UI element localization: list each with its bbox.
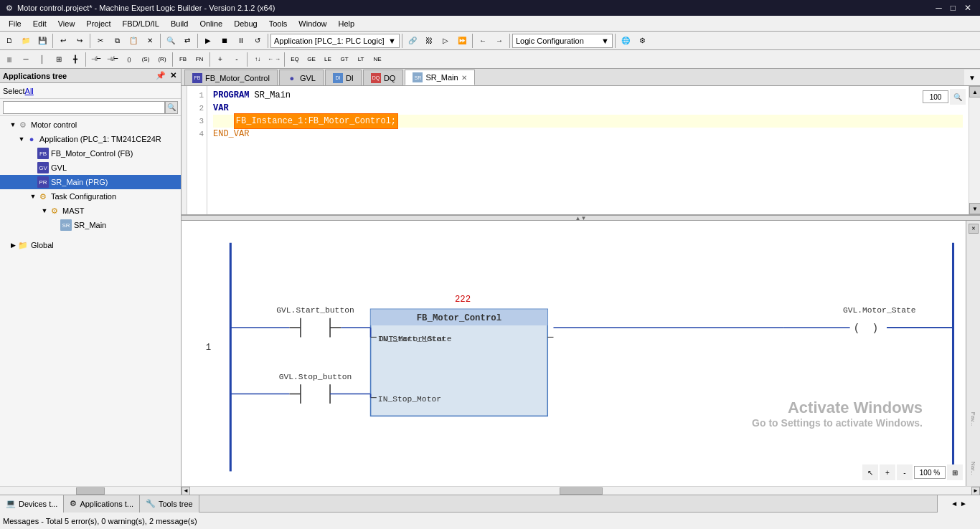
delete-button[interactable]: ✕ [142,33,158,49]
tab-close-icon[interactable]: ✕ [461,74,467,82]
menu-help[interactable]: Help [332,16,360,32]
menu-online[interactable]: Online [194,16,228,32]
tab-dq[interactable]: DQ DQ [363,70,404,85]
hscroll-right[interactable]: ► [971,487,980,495]
tab-gvl[interactable]: ● GVL [279,70,324,85]
tb2-btn-2[interactable]: ─ [18,52,34,67]
menu-debug[interactable]: Debug [228,16,263,32]
tb2-btn-11[interactable]: FB [175,52,191,67]
tb-btn-6[interactable]: ⏩ [454,33,470,49]
titlebar-controls[interactable]: ─ □ ✕ [933,3,974,13]
bottom-tab-apps[interactable]: ⚙ Applications t... [64,495,140,513]
undo-button[interactable]: ↩ [55,33,71,49]
tb2-btn-9[interactable]: (S) [138,52,154,67]
menu-build[interactable]: Build [165,16,194,32]
menu-project[interactable]: Project [80,16,116,32]
select-all-link[interactable]: All [25,87,34,95]
menu-fbd[interactable]: FBD/LD/IL [117,16,165,32]
diagram-area[interactable]: 1 222 GVL.Start_button [182,221,980,486]
tb-btn-2[interactable]: ⏹ [217,33,232,49]
tb2-btn-16[interactable]: ← → [266,52,282,67]
hscroll-left[interactable]: ◄ [182,487,190,495]
bottom-tab-label: Tools tree [159,500,193,508]
tb2-btn-4[interactable]: ⊞ [51,52,67,67]
minimize-button[interactable]: ─ [933,3,945,13]
plc-selector[interactable]: Application [PLC_1: PLC Logic] ▼ [270,34,400,48]
tb-btn-9[interactable]: 🌐 [618,33,633,49]
code-content[interactable]: PROGRAM SR_Main VAR FB_Instance_1:FB_Mot… [207,86,969,214]
tb2-btn-14[interactable]: - [229,52,245,67]
tb2-btn-19[interactable]: LE [320,52,336,67]
tab-scroll-button[interactable]: ▼ [964,70,980,85]
bottom-tab-tools[interactable]: 🔧 Tools tree [140,495,199,513]
tree-close-icon[interactable]: ✕ [169,71,178,80]
tb-btn-5[interactable]: ▷ [438,33,453,49]
save-button[interactable]: 💾 [34,33,50,49]
zoom-fit-icon[interactable]: ⊞ [947,464,963,480]
search-button[interactable]: 🔍 [165,101,178,114]
scroll-up-icon[interactable]: ▲ [969,86,980,97]
code-zoom-icon[interactable]: 🔍 [950,89,966,105]
tree-item-sr-main[interactable]: SR SR_Main [0,218,181,232]
zoom-cursor-icon[interactable]: ↖ [862,464,878,480]
scroll-down-icon[interactable]: ▼ [969,203,980,214]
h-divider[interactable]: ▲▼ [182,215,980,221]
tree-item-global[interactable]: ▶ 📁 Global [0,238,181,252]
tree-item-motorcontrol[interactable]: ▼ ⚙ Motor control [0,118,181,132]
zoom-in-icon[interactable]: + [880,464,895,480]
tb2-btn-1[interactable]: ||| [1,52,17,67]
bottom-tab-devices[interactable]: 💻 Devices t... [0,495,64,513]
tb2-btn-15[interactable]: ↑↓ [250,52,265,67]
tb2-btn-22[interactable]: NE [369,52,385,67]
tab-di[interactable]: DI DI [325,70,362,85]
tb2-btn-10[interactable]: (R) [154,52,170,67]
new-button[interactable]: 🗋 [1,33,17,49]
tb-btn-1[interactable]: ▶ [200,33,216,49]
tb2-btn-3[interactable]: │ [34,52,50,67]
paste-button[interactable]: 📋 [126,33,141,49]
zoom-out-icon[interactable]: - [897,464,913,480]
find-button[interactable]: 🔍 [163,33,179,49]
tb2-btn-18[interactable]: GE [303,52,319,67]
connect-button[interactable]: 🔗 [405,33,420,49]
menu-tools[interactable]: Tools [263,16,293,32]
tree-item-fb-motor[interactable]: FB FB_Motor_Control (FB) [0,146,181,161]
close-button[interactable]: ✕ [961,3,974,13]
tb2-btn-7[interactable]: ⊣/⊢ [105,52,121,67]
cut-button[interactable]: ✂ [93,33,108,49]
disconnect-button[interactable]: ⛓ [421,33,437,49]
restore-button[interactable]: □ [948,3,958,13]
tb-btn-8[interactable]: → [491,33,507,49]
tb2-btn-20[interactable]: GT [336,52,352,67]
menu-view[interactable]: View [52,16,81,32]
view-selector[interactable]: Logic Configuration ▼ [512,34,613,48]
tb-btn-10[interactable]: ⚙ [634,33,650,49]
tb2-btn-6[interactable]: ⊣⊢ [88,52,104,67]
copy-button[interactable]: ⧉ [109,33,125,49]
tb2-btn-12[interactable]: FN [192,52,207,67]
search-input[interactable] [3,101,165,114]
redo-button[interactable]: ↪ [72,33,88,49]
replace-button[interactable]: ⇄ [179,33,195,49]
tree-pin-icon[interactable]: 📌 [154,71,167,80]
tb2-btn-17[interactable]: EQ [287,52,303,67]
tb-btn-4[interactable]: ↺ [250,33,265,49]
tb-btn-3[interactable]: ⏸ [233,33,249,49]
open-button[interactable]: 📁 [18,33,34,49]
tree-item-mast[interactable]: ▼ ⚙ MAST [0,204,181,218]
tb-btn-7[interactable]: ← [475,33,491,49]
tree-item-gvl[interactable]: GV GVL [0,161,181,175]
menu-edit[interactable]: Edit [27,16,52,32]
tb2-btn-8[interactable]: () [121,52,137,67]
tree-item-task-config[interactable]: ▼ ⚙ Task Configuration [0,189,181,204]
tree-item-application[interactable]: ▼ ● Application (PLC_1: TM241CE24R [0,132,181,146]
tb2-btn-5[interactable]: ╋ [67,52,83,67]
tree-item-sr-main-prg[interactable]: PR SR_Main (PRG) [0,175,181,189]
menu-file[interactable]: File [3,16,27,32]
tb2-btn-13[interactable]: + [212,52,228,67]
tab-fb-motor-control[interactable]: FB FB_Motor_Control [184,70,278,85]
right-panel-close[interactable]: ✕ [969,224,979,234]
menu-window[interactable]: Window [293,16,332,32]
tb2-btn-21[interactable]: LT [353,52,369,67]
tab-sr-main[interactable]: SR SR_Main ✕ [405,70,474,85]
